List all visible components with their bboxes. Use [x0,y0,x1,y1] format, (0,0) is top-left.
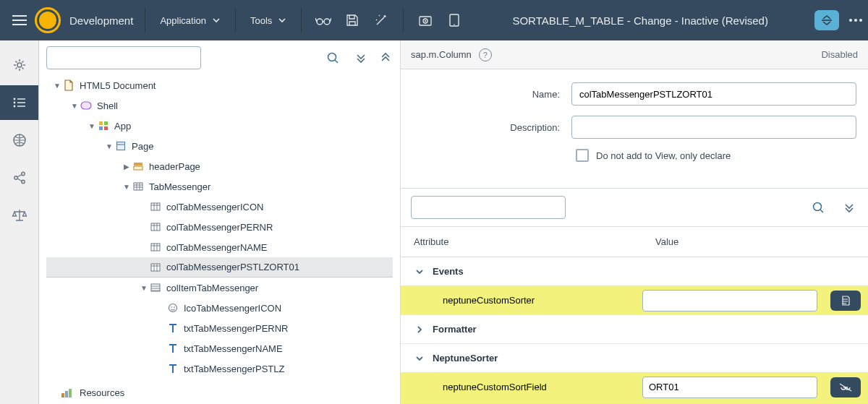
edit-script-button[interactable] [830,291,861,311]
tree-node-col-pernr[interactable]: colTabMessengerPERNR [46,217,393,237]
tree-node-item-txt-pernr[interactable]: txtTabMessengerPERNR [46,318,393,338]
svg-point-35 [814,203,822,211]
attribute-table: Attribute Value Events neptuneCustomSort… [401,227,868,404]
description-input[interactable] [571,116,856,139]
tree-node-item-txt-name[interactable]: txtTabMessengerNAME [46,338,393,358]
declare-checkbox[interactable] [576,149,589,162]
bind-button[interactable] [830,377,861,397]
svg-rect-16 [99,121,103,125]
top-bar: Development Application Tools SORTABLE_M… [0,0,868,40]
svg-rect-19 [104,126,108,130]
rail-share[interactable] [0,160,38,195]
tree-label: colTabMessengerPSTLZORT01 [166,262,299,272]
attr-value-input[interactable] [642,290,817,311]
run-in-window-button[interactable] [411,6,440,35]
properties-form: Name: Description: Do not add to View, o… [401,69,868,189]
attr-label: neptuneCustomSortField [443,382,547,392]
tools-menu[interactable]: Tools [243,11,294,30]
name-input[interactable] [571,82,856,106]
attr-value-input[interactable] [642,377,817,398]
application-menu[interactable]: Application [153,11,228,30]
search-icon [326,51,339,64]
tree-node-colitem[interactable]: ▼ colItemTabMessenger [46,278,393,298]
wand-icon [375,14,388,27]
env-label: Development [65,14,137,27]
chevron-double-down-icon [354,51,368,65]
tree-label: TabMessenger [149,181,210,192]
sort-icon [820,14,833,26]
attribute-expand-toggle[interactable] [841,199,858,216]
globe-icon [12,133,27,147]
tree-label: Page [132,141,153,152]
section-neptune-sorter[interactable]: NeptuneSorter [401,344,868,373]
wand-button[interactable] [367,6,396,35]
rail-scales[interactable] [0,198,38,233]
chevron-down-icon [278,16,286,25]
svg-rect-28 [151,284,160,291]
svg-rect-32 [61,393,64,397]
svg-rect-23 [134,183,142,190]
svg-rect-15 [81,102,91,109]
disabled-status: Disabled [821,49,858,60]
svg-point-11 [14,176,17,179]
tablet-button[interactable] [440,6,469,35]
expand-all-button[interactable] [354,51,368,65]
tree-node-col-icon[interactable]: colTabMessengerICON [46,197,393,217]
tree-node-tabmessenger[interactable]: ▼ TabMessenger [46,176,393,197]
svg-point-14 [328,53,336,61]
application-label: Application [160,15,206,26]
tree-node-item-txt-pstlz[interactable]: txtTabMessengerPSTLZ [46,358,393,379]
svg-rect-18 [99,126,103,130]
svg-rect-20 [117,142,125,150]
svg-point-31 [174,306,175,308]
tree-search-input[interactable] [46,46,201,69]
svg-rect-17 [104,121,108,125]
svg-point-29 [169,304,177,312]
svg-rect-26 [151,244,160,251]
tree-node-headerpage[interactable]: ▶ headerPage [46,156,393,176]
chevron-right-icon [414,325,425,335]
column-icon [150,223,161,231]
row-neptune-custom-sort-field: neptuneCustomSortField [401,373,868,402]
column-icon [150,202,161,211]
section-label: Formatter [433,324,477,335]
sort-pill-button[interactable] [814,10,839,30]
save-button[interactable] [338,6,367,35]
svg-point-12 [21,172,24,175]
attribute-search-input[interactable] [411,196,566,219]
tree-label: IcoTabMessengerICON [184,303,281,314]
section-formatter[interactable]: Formatter [401,315,868,344]
svg-point-6 [17,63,22,67]
logo-icon [35,7,61,33]
tree-node-document[interactable]: ▼ HTML5 Document [46,75,393,95]
gear-icon [12,58,27,72]
more-menu[interactable] [849,19,862,22]
tree-label: colTabMessengerNAME [166,242,267,253]
tree-node-col-name[interactable]: colTabMessengerNAME [46,237,393,257]
svg-point-8 [13,102,15,104]
chevron-down-icon [414,267,425,277]
tree-label: txtTabMessengerPSTLZ [184,364,284,374]
section-events[interactable]: Events [401,257,868,286]
attr-label: neptuneCustomSorter [443,295,535,306]
hamburger-menu[interactable] [6,7,33,34]
breadcrumb: sap.m.Column ? Disabled [401,40,868,69]
tree-node-app[interactable]: ▼ App [46,116,393,136]
properties-panel: sap.m.Column ? Disabled Name: Descriptio… [401,40,868,404]
rail-outline[interactable] [0,85,38,120]
rail-globe[interactable] [0,123,38,158]
help-button[interactable]: ? [479,48,492,61]
rail-settings[interactable] [0,48,38,82]
chevron-double-down-icon [842,200,856,215]
tree-node-page[interactable]: ▼ Page [46,136,393,156]
tree-node-item-ico[interactable]: IcoTabMessengerICON [46,298,393,318]
resources-section[interactable]: Resources [46,382,393,404]
column-icon [150,243,161,252]
preview-button[interactable] [309,6,338,35]
share-icon [12,171,27,185]
collapse-all-button[interactable] [378,51,393,65]
shell-icon [80,101,92,110]
tree-node-shell[interactable]: ▼ Shell [46,95,393,116]
svg-point-9 [13,106,15,108]
tree-node-col-pstlz[interactable]: colTabMessengerPSTLZORT01 [46,257,393,278]
